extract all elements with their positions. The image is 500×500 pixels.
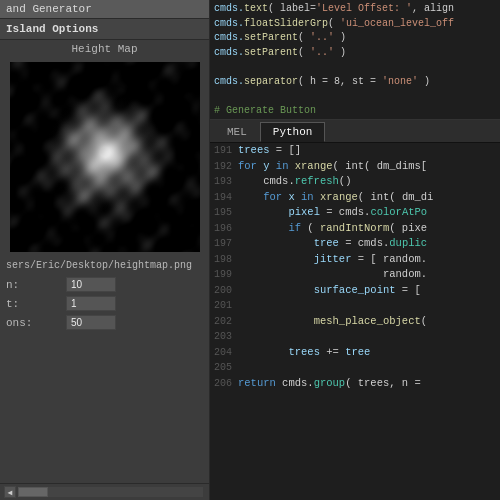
code-row-201: 201 (210, 298, 500, 314)
code-row-196: 196 if ( randIntNorm( pixe (210, 221, 500, 237)
line-content-199: random. (238, 267, 427, 282)
scrollbar-track[interactable] (18, 487, 203, 497)
tab-python[interactable]: Python (260, 122, 326, 142)
code-row-202: 202 mesh_place_object( (210, 314, 500, 330)
line-num-202: 202 (210, 315, 238, 330)
island-options-header: Island Options (0, 19, 209, 40)
code-top-area: cmds.text( label='Level Offset: ', align… (210, 0, 500, 120)
height-map-container (10, 62, 200, 252)
scroll-left-arrow[interactable]: ◀ (4, 486, 16, 498)
line-num-204: 204 (210, 346, 238, 361)
param-input-n[interactable] (66, 277, 116, 292)
line-content-200: surface_point = [ (238, 283, 421, 298)
panel-title-text: and Generator (6, 3, 92, 15)
code-row-200: 200 surface_point = [ (210, 283, 500, 299)
height-map-label: Height Map (0, 40, 209, 58)
code-row-204: 204 trees += tree (210, 345, 500, 361)
line-content-194: for x in xrange( int( dm_di (238, 190, 433, 205)
height-map-canvas (10, 62, 200, 252)
code-top-line-6 (214, 89, 496, 104)
scrollbar-thumb[interactable] (18, 487, 48, 497)
line-content-193: cmds.refresh() (238, 174, 351, 189)
panel-title-bar: and Generator (0, 0, 209, 19)
tab-bar: MEL Python (210, 120, 500, 143)
line-content-195: pixel = cmds.colorAtPo (238, 205, 427, 220)
line-content-196: if ( randIntNorm( pixe (238, 221, 427, 236)
code-row-206: 206 return cmds.group( trees, n = (210, 376, 500, 392)
line-num-198: 198 (210, 253, 238, 268)
code-top-line-5: cmds.separator( h = 8, st = 'none' ) (214, 75, 496, 90)
line-content-198: jitter = [ random. (238, 252, 427, 267)
tab-mel[interactable]: MEL (214, 122, 260, 142)
tab-mel-label: MEL (227, 126, 247, 138)
line-num-195: 195 (210, 206, 238, 221)
filepath-text: sers/Eric/Desktop/heightmap.png (6, 260, 192, 271)
line-num-196: 196 (210, 222, 238, 237)
param-row-n: n: (0, 275, 209, 294)
line-num-205: 205 (210, 361, 238, 376)
line-content-192: for y in xrange( int( dm_dims[ (238, 159, 427, 174)
code-top-line-1: cmds.floatSliderGrp( 'ui_ocean_level_off (214, 17, 496, 32)
code-top-line-2: cmds.setParent( '..' ) (214, 31, 496, 46)
island-options-label: Island Options (6, 23, 98, 35)
code-row-194: 194 for x in xrange( int( dm_di (210, 190, 500, 206)
param-row-t: t: (0, 294, 209, 313)
height-map-label-text: Height Map (71, 43, 137, 55)
code-row-197: 197 tree = cmds.duplic (210, 236, 500, 252)
code-row-193: 193 cmds.refresh() (210, 174, 500, 190)
code-top-line-0: cmds.text( label='Level Offset: ', align (214, 2, 496, 17)
line-num-201: 201 (210, 299, 238, 314)
param-input-ons[interactable] (66, 315, 116, 330)
code-row-195: 195 pixel = cmds.colorAtPo (210, 205, 500, 221)
line-num-191: 191 (210, 144, 238, 159)
code-body: 191 trees = [] 192 for y in xrange( int(… (210, 143, 500, 500)
line-content-202: mesh_place_object( (238, 314, 427, 329)
code-row-205: 205 (210, 360, 500, 376)
left-panel: and Generator Island Options Height Map … (0, 0, 210, 500)
line-num-194: 194 (210, 191, 238, 206)
line-num-203: 203 (210, 330, 238, 345)
line-content-203 (238, 329, 244, 344)
line-num-193: 193 (210, 175, 238, 190)
code-numbered-list: 191 trees = [] 192 for y in xrange( int(… (210, 143, 500, 391)
param-input-t[interactable] (66, 296, 116, 311)
line-num-206: 206 (210, 377, 238, 392)
line-content-206: return cmds.group( trees, n = (238, 376, 421, 391)
horizontal-scrollbar[interactable]: ◀ (0, 483, 209, 500)
line-content-191: trees = [] (238, 143, 301, 158)
line-num-197: 197 (210, 237, 238, 252)
line-content-197: tree = cmds.duplic (238, 236, 427, 251)
code-row-191: 191 trees = [] (210, 143, 500, 159)
param-label-n: n: (6, 279, 66, 291)
tab-python-label: Python (273, 126, 313, 138)
filepath-section: sers/Eric/Desktop/heightmap.png (0, 256, 209, 275)
line-content-201 (238, 298, 244, 313)
line-content-204: trees += tree (238, 345, 370, 360)
line-num-192: 192 (210, 160, 238, 175)
param-label-t: t: (6, 298, 66, 310)
code-row-198: 198 jitter = [ random. (210, 252, 500, 268)
param-label-ons: ons: (6, 317, 66, 329)
param-row-ons: ons: (0, 313, 209, 332)
code-top-line-3: cmds.setParent( '..' ) (214, 46, 496, 61)
line-content-205 (238, 360, 244, 375)
code-top-line-4 (214, 60, 496, 75)
code-top-line-7: # Generate Button (214, 104, 496, 119)
right-panel: cmds.text( label='Level Offset: ', align… (210, 0, 500, 500)
line-num-199: 199 (210, 268, 238, 283)
code-row-203: 203 (210, 329, 500, 345)
code-row-192: 192 for y in xrange( int( dm_dims[ (210, 159, 500, 175)
line-num-200: 200 (210, 284, 238, 299)
code-row-199: 199 random. (210, 267, 500, 283)
